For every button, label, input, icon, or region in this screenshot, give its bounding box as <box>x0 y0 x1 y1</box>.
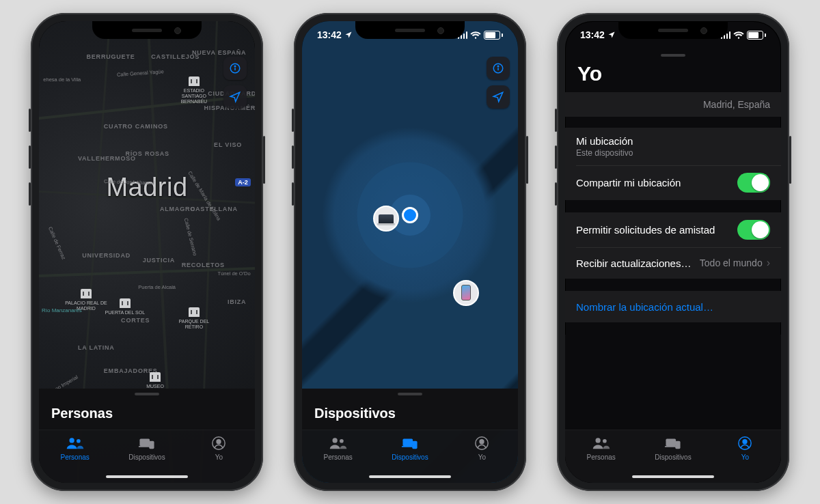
tab-yo[interactable]: Yo <box>183 436 254 461</box>
svg-point-14 <box>340 439 344 443</box>
svg-rect-15 <box>402 439 413 447</box>
device-pin-iphone[interactable] <box>453 280 479 306</box>
me-icon <box>473 436 491 451</box>
district-label: VALLEHERMOSO <box>78 155 136 162</box>
street-label: Túnel de O'Do <box>218 270 251 277</box>
user-location-dot[interactable] <box>402 207 418 223</box>
tab-dispositivos[interactable]: Dispositivos <box>638 436 709 461</box>
svg-point-2 <box>234 66 236 67</box>
phone-2: 13:42 <box>294 13 526 491</box>
home-indicator[interactable] <box>106 475 188 478</box>
map-locate-button[interactable] <box>223 85 247 109</box>
screen-dispositivos: 13:42 <box>302 21 518 483</box>
me-icon <box>210 436 228 451</box>
svg-point-4 <box>77 439 81 443</box>
svg-rect-24 <box>675 441 680 449</box>
chevron-right-icon: › <box>767 257 770 269</box>
map-info-button[interactable] <box>223 57 247 80</box>
status-time: 13:42 <box>317 29 342 40</box>
macbook-icon <box>379 214 394 223</box>
district-label: CORTES <box>121 317 150 324</box>
district-label: LA LATINA <box>78 344 115 351</box>
tab-personas[interactable]: Personas <box>566 436 637 461</box>
svg-rect-6 <box>139 446 151 447</box>
svg-rect-5 <box>139 439 150 447</box>
battery-icon <box>484 31 503 40</box>
svg-point-3 <box>69 438 74 443</box>
people-icon <box>329 436 347 451</box>
poi-bernabeu: ESTADIO SANTIAGO BERNABÉU <box>173 76 215 104</box>
svg-rect-23 <box>665 446 677 447</box>
tab-dispositivos[interactable]: Dispositivos <box>374 436 446 461</box>
poi-retiro: PARQUE DEL RETIRO <box>173 307 215 330</box>
home-indicator[interactable] <box>369 475 451 478</box>
bottom-sheet[interactable]: Personas <box>39 389 255 430</box>
tab-dispositivos[interactable]: Dispositivos <box>111 436 182 461</box>
devices-icon <box>401 436 419 451</box>
devices-icon <box>138 436 156 451</box>
tab-personas[interactable]: Personas <box>303 436 374 461</box>
svg-rect-22 <box>666 439 676 447</box>
row-friend-requests[interactable]: Permitir solicitudes de amistad <box>565 212 781 247</box>
phone-1: Madrid BERRUGUETE CASTILLEJOS NUEVA ESPA… <box>31 13 263 491</box>
sheet-grabber[interactable] <box>135 393 159 395</box>
map-locate-button[interactable] <box>487 85 510 109</box>
wifi-icon <box>470 31 481 39</box>
district-label: UNIVERSIDAD <box>82 252 131 259</box>
svg-point-19 <box>480 440 484 444</box>
notch <box>92 21 202 39</box>
notch <box>355 21 465 39</box>
svg-rect-16 <box>402 446 414 447</box>
iphone-icon <box>461 285 471 300</box>
city-label: Madrid <box>106 173 187 202</box>
svg-point-12 <box>497 66 499 67</box>
screen-personas: Madrid BERRUGUETE CASTILLEJOS NUEVA ESPA… <box>39 21 255 483</box>
poi-puerta-sol: PUERTA DEL SOL <box>104 298 146 316</box>
screen-yo: 13:42 Yo Madrid, España <box>565 21 781 483</box>
location-services-icon <box>344 31 353 39</box>
devices-icon <box>664 436 682 451</box>
street-label: ehesa de la Villa <box>43 76 81 83</box>
status-time: 13:42 <box>580 29 605 40</box>
row-name-location[interactable]: Nombrar la ubicación actual… <box>565 291 781 322</box>
district-label: NUEVA ESPAÑA <box>192 49 246 56</box>
svg-point-21 <box>603 439 607 443</box>
tab-bar: Personas Dispositivos Yo <box>565 430 781 483</box>
row-share-location[interactable]: Compartir mi ubicación <box>565 165 781 200</box>
people-icon <box>66 436 84 451</box>
tab-bar: Personas Dispositivos Yo <box>302 430 518 483</box>
sheet-grabber[interactable] <box>661 54 685 57</box>
tab-yo[interactable]: Yo <box>709 436 780 461</box>
friend-requests-toggle[interactable] <box>737 220 770 240</box>
row-receive-updates[interactable]: Recibir actualizaciones… Todo el mundo › <box>565 247 781 279</box>
svg-rect-7 <box>149 441 154 449</box>
svg-rect-17 <box>412 441 417 449</box>
district-label: RECOLETOS <box>182 262 225 268</box>
road-shield-a2: A-2 <box>235 178 251 186</box>
people-icon <box>592 436 610 451</box>
battery-icon <box>747 31 766 40</box>
street-label: Puerta de Alcalá <box>138 284 176 290</box>
page-title: Yo <box>577 62 781 85</box>
share-location-toggle[interactable] <box>737 173 770 193</box>
svg-point-20 <box>595 438 600 443</box>
map-info-button[interactable] <box>487 57 510 80</box>
tab-personas[interactable]: Personas <box>40 436 111 461</box>
row-my-location[interactable]: Mi ubicación Este dispositivo <box>565 128 781 165</box>
sheet-title: Personas <box>51 406 113 421</box>
sheet-grabber[interactable] <box>398 393 422 395</box>
district-label: BERRUGUETE <box>87 53 135 60</box>
river-label: Río Manzanares <box>42 307 82 313</box>
location-summary: Madrid, España <box>565 92 781 117</box>
wifi-icon <box>733 31 744 39</box>
location-services-icon <box>607 31 616 39</box>
me-icon <box>736 436 754 451</box>
phone-3: 13:42 Yo Madrid, España <box>557 13 789 491</box>
svg-point-26 <box>743 440 747 444</box>
home-indicator[interactable] <box>632 475 714 478</box>
bottom-sheet[interactable]: Dispositivos <box>302 389 518 430</box>
tab-yo[interactable]: Yo <box>446 436 517 461</box>
tab-bar: Personas Dispositivos Yo <box>39 430 255 483</box>
svg-point-13 <box>332 438 337 443</box>
sheet-title: Dispositivos <box>314 406 396 421</box>
